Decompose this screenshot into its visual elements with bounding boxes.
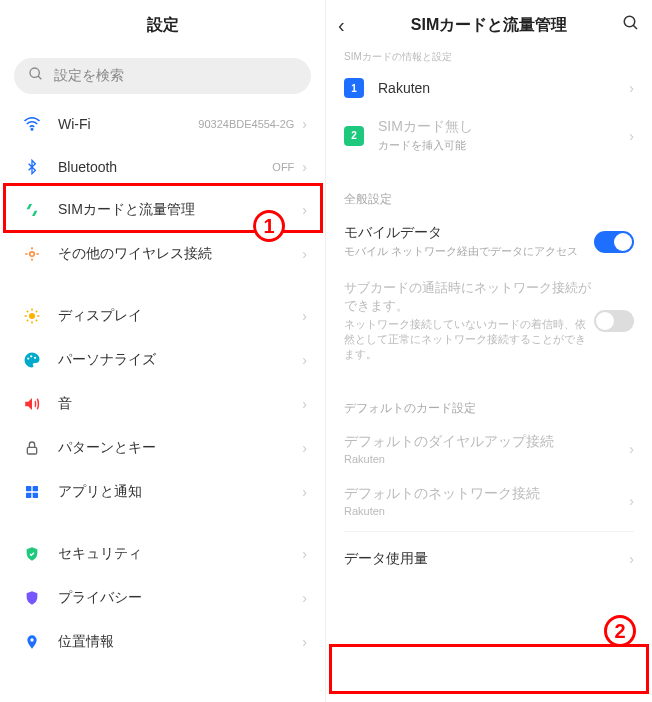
section-faded: SIMカードの情報と設定 xyxy=(326,50,652,68)
mobile-data-title: モバイルデータ xyxy=(344,224,594,242)
item-sim2[interactable]: 2 SIMカード無し カードを挿入可能 › xyxy=(326,108,652,163)
chevron-right-icon: › xyxy=(302,159,307,175)
item-value: OFF xyxy=(272,161,294,173)
item-sound[interactable]: 音 › xyxy=(0,382,325,426)
chevron-right-icon: › xyxy=(302,440,307,456)
svg-rect-16 xyxy=(27,447,36,454)
chevron-right-icon: › xyxy=(629,551,634,567)
brightness-icon xyxy=(18,307,46,325)
item-security[interactable]: セキュリティ › xyxy=(0,532,325,576)
item-sim[interactable]: SIMカードと流量管理 › xyxy=(0,188,325,232)
chevron-right-icon: › xyxy=(302,308,307,324)
item-pattern[interactable]: パターンとキー › xyxy=(0,426,325,470)
item-label: Bluetooth xyxy=(58,159,272,175)
lock-icon xyxy=(18,440,46,456)
item-display[interactable]: ディスプレイ › xyxy=(0,294,325,338)
back-button[interactable]: ‹ xyxy=(338,14,345,37)
header: 設定 xyxy=(0,0,325,50)
svg-line-23 xyxy=(633,25,637,29)
item-dialup: デフォルトのダイヤルアップ接続 Rakuten › xyxy=(326,423,652,475)
svg-point-22 xyxy=(624,16,635,27)
item-personalize[interactable]: パーソナライズ › xyxy=(0,338,325,382)
chevron-right-icon: › xyxy=(302,396,307,412)
chevron-right-icon: › xyxy=(302,590,307,606)
item-label: パーソナライズ xyxy=(58,351,302,369)
item-wireless[interactable]: その他のワイヤレス接続 › xyxy=(0,232,325,276)
svg-point-4 xyxy=(29,313,35,319)
wireless-icon xyxy=(18,245,46,263)
settings-screen: 設定 設定を検索 Wi-Fi 90324BDE4554-2G › Bluetoo… xyxy=(0,0,326,702)
sim-screen: ‹ SIMカードと流量管理 SIMカードの情報と設定 1 Rakuten › 2… xyxy=(326,0,652,702)
svg-rect-19 xyxy=(26,493,31,498)
svg-line-11 xyxy=(27,320,29,322)
sim1-label: Rakuten xyxy=(378,80,629,96)
svg-line-10 xyxy=(36,320,38,322)
svg-rect-20 xyxy=(33,493,38,498)
search-input[interactable]: 設定を検索 xyxy=(14,58,311,94)
svg-point-15 xyxy=(34,357,36,359)
svg-line-1 xyxy=(38,76,41,79)
shield-icon xyxy=(18,546,46,562)
item-label: その他のワイヤレス接続 xyxy=(58,245,302,263)
item-data-usage[interactable]: データ使用量 › xyxy=(326,536,652,582)
item-subcard: サブカードの通話時にネットワーク接続ができます。 ネットワーク接続していないカー… xyxy=(326,269,652,372)
page-title: SIMカードと流量管理 xyxy=(411,15,567,36)
search-placeholder: 設定を検索 xyxy=(54,67,124,85)
svg-rect-17 xyxy=(26,486,31,491)
item-label: ディスプレイ xyxy=(58,307,302,325)
chevron-right-icon: › xyxy=(629,441,634,457)
item-location[interactable]: 位置情報 › xyxy=(0,620,325,664)
sim-icon xyxy=(18,202,46,218)
chevron-right-icon: › xyxy=(302,634,307,650)
chevron-right-icon: › xyxy=(302,246,307,262)
annotation-badge-2: 2 xyxy=(604,615,636,647)
mobile-data-toggle[interactable] xyxy=(594,231,634,253)
item-sim1[interactable]: 1 Rakuten › xyxy=(326,68,652,108)
section-general: 全般設定 xyxy=(326,181,652,214)
sound-icon xyxy=(18,395,46,413)
item-label: 音 xyxy=(58,395,302,413)
item-label: セキュリティ xyxy=(58,545,302,563)
item-network: デフォルトのネットワーク接続 Rakuten › xyxy=(326,475,652,527)
item-value: 90324BDE4554-2G xyxy=(198,118,294,130)
dialup-sub: Rakuten xyxy=(344,453,629,465)
search-icon xyxy=(28,66,44,86)
chevron-right-icon: › xyxy=(302,484,307,500)
svg-point-0 xyxy=(30,68,39,77)
data-usage-title: データ使用量 xyxy=(344,550,629,568)
item-apps[interactable]: アプリと通知 › xyxy=(0,470,325,514)
item-label: 位置情報 xyxy=(58,633,302,651)
chevron-right-icon: › xyxy=(629,80,634,96)
privacy-icon xyxy=(18,590,46,606)
item-label: SIMカードと流量管理 xyxy=(58,201,302,219)
search-button[interactable] xyxy=(622,14,640,37)
svg-line-12 xyxy=(36,311,38,313)
page-title: 設定 xyxy=(147,15,179,36)
dialup-title: デフォルトのダイヤルアップ接続 xyxy=(344,433,629,451)
sim1-badge-icon: 1 xyxy=(344,78,364,98)
network-title: デフォルトのネットワーク接続 xyxy=(344,485,629,503)
item-label: Wi-Fi xyxy=(58,116,198,132)
item-mobile-data[interactable]: モバイルデータ モバイル ネットワーク経由でデータにアクセス xyxy=(326,214,652,269)
chevron-right-icon: › xyxy=(302,352,307,368)
chevron-right-icon: › xyxy=(302,116,307,132)
svg-line-9 xyxy=(27,311,29,313)
chevron-right-icon: › xyxy=(629,493,634,509)
svg-point-3 xyxy=(30,252,35,257)
item-bluetooth[interactable]: Bluetooth OFF › xyxy=(0,146,325,188)
palette-icon xyxy=(18,351,46,369)
apps-icon xyxy=(18,484,46,500)
item-label: アプリと通知 xyxy=(58,483,302,501)
sim2-badge-icon: 2 xyxy=(344,126,364,146)
chevron-right-icon: › xyxy=(629,128,634,144)
item-privacy[interactable]: プライバシー › xyxy=(0,576,325,620)
item-label: パターンとキー xyxy=(58,439,302,457)
sim2-label: SIMカード無し xyxy=(378,118,629,136)
svg-point-21 xyxy=(30,638,33,641)
header: ‹ SIMカードと流量管理 xyxy=(326,0,652,50)
location-icon xyxy=(18,634,46,650)
subcard-toggle xyxy=(594,310,634,332)
svg-point-2 xyxy=(31,129,33,131)
bluetooth-icon xyxy=(18,159,46,175)
item-wifi[interactable]: Wi-Fi 90324BDE4554-2G › xyxy=(0,102,325,146)
